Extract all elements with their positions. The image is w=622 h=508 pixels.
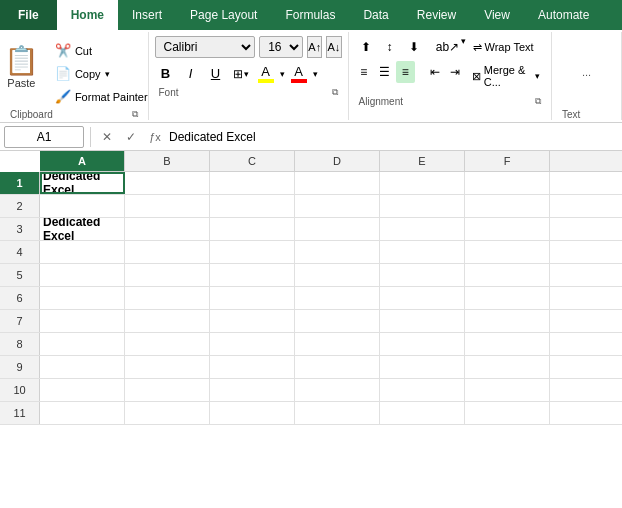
- tab-view[interactable]: View: [470, 0, 524, 30]
- merge-cells-button[interactable]: ⊠ Merge & C... ▾: [467, 61, 545, 91]
- highlight-dropdown-icon[interactable]: ▾: [280, 69, 285, 79]
- align-bottom-button[interactable]: ⬇: [403, 36, 425, 58]
- accept-formula-button[interactable]: ✓: [121, 127, 141, 147]
- col-header-A[interactable]: A: [40, 151, 125, 171]
- list-item[interactable]: [125, 195, 210, 217]
- list-item[interactable]: [465, 402, 550, 424]
- tab-formulas[interactable]: Formulas: [271, 0, 349, 30]
- list-item[interactable]: [295, 402, 380, 424]
- list-item[interactable]: [380, 356, 465, 378]
- list-item[interactable]: [210, 195, 295, 217]
- row-header-6[interactable]: 6: [0, 287, 40, 309]
- list-item[interactable]: [295, 195, 380, 217]
- list-item[interactable]: [210, 333, 295, 355]
- list-item[interactable]: [125, 241, 210, 263]
- list-item[interactable]: [210, 310, 295, 332]
- increase-indent-button[interactable]: ⇥: [446, 61, 465, 83]
- list-item[interactable]: [465, 379, 550, 401]
- list-item[interactable]: [465, 241, 550, 263]
- list-item[interactable]: [380, 241, 465, 263]
- list-item[interactable]: [380, 310, 465, 332]
- paste-button[interactable]: 📋 Paste: [0, 36, 48, 100]
- list-item[interactable]: [40, 333, 125, 355]
- row-header-2[interactable]: 2: [0, 195, 40, 217]
- list-item[interactable]: [295, 218, 380, 240]
- tab-page-layout[interactable]: Page Layout: [176, 0, 271, 30]
- font-name-select[interactable]: Calibri: [155, 36, 256, 58]
- list-item[interactable]: [210, 264, 295, 286]
- bold-button[interactable]: B: [155, 63, 177, 85]
- col-header-D[interactable]: D: [295, 151, 380, 171]
- format-painter-button[interactable]: 🖌️ Format Painter: [50, 86, 153, 107]
- list-item[interactable]: [40, 287, 125, 309]
- list-item[interactable]: [295, 356, 380, 378]
- list-item[interactable]: [295, 172, 380, 194]
- decrease-indent-button[interactable]: ⇤: [425, 61, 444, 83]
- row-header-3[interactable]: 3: [0, 218, 40, 240]
- list-item[interactable]: [295, 333, 380, 355]
- list-item[interactable]: [210, 218, 295, 240]
- row-header-1[interactable]: 1: [0, 172, 40, 194]
- cut-button[interactable]: ✂️ Cut: [50, 40, 153, 61]
- wrap-text-button[interactable]: ⇌ Wrap Text: [468, 36, 539, 58]
- font-color-dropdown-icon[interactable]: ▾: [313, 69, 318, 79]
- cancel-formula-button[interactable]: ✕: [97, 127, 117, 147]
- list-item[interactable]: [125, 172, 210, 194]
- list-item[interactable]: [380, 379, 465, 401]
- insert-function-button[interactable]: ƒx: [145, 127, 165, 147]
- row-header-5[interactable]: 5: [0, 264, 40, 286]
- tab-review[interactable]: Review: [403, 0, 470, 30]
- list-item[interactable]: [295, 287, 380, 309]
- row-header-7[interactable]: 7: [0, 310, 40, 332]
- orientation-button[interactable]: ab↗: [437, 36, 459, 58]
- font-color-button[interactable]: A: [288, 62, 310, 85]
- col-header-C[interactable]: C: [210, 151, 295, 171]
- list-item[interactable]: [40, 356, 125, 378]
- list-item[interactable]: [40, 402, 125, 424]
- formula-input[interactable]: [169, 126, 618, 148]
- list-item[interactable]: [210, 287, 295, 309]
- list-item[interactable]: [380, 402, 465, 424]
- clipboard-expand-icon[interactable]: ⧉: [132, 109, 138, 120]
- list-item[interactable]: [465, 333, 550, 355]
- tab-insert[interactable]: Insert: [118, 0, 176, 30]
- col-header-B[interactable]: B: [125, 151, 210, 171]
- list-item[interactable]: [295, 379, 380, 401]
- name-box[interactable]: [4, 126, 84, 148]
- list-item[interactable]: [465, 287, 550, 309]
- increase-font-size-button[interactable]: A↑: [307, 36, 322, 58]
- align-center-button[interactable]: ☰: [375, 61, 394, 83]
- list-item[interactable]: [380, 172, 465, 194]
- list-item[interactable]: [125, 287, 210, 309]
- list-item[interactable]: [465, 172, 550, 194]
- list-item[interactable]: [210, 356, 295, 378]
- row-header-8[interactable]: 8: [0, 333, 40, 355]
- orientation-dropdown[interactable]: ▾: [461, 36, 466, 58]
- tab-automate[interactable]: Automate: [524, 0, 603, 30]
- list-item[interactable]: Dedicated Excel: [40, 218, 125, 240]
- tab-data[interactable]: Data: [349, 0, 402, 30]
- list-item[interactable]: [40, 195, 125, 217]
- tab-home[interactable]: Home: [57, 0, 118, 30]
- align-right-button[interactable]: ≡: [396, 61, 415, 83]
- tab-file[interactable]: File: [0, 0, 57, 30]
- list-item[interactable]: [465, 264, 550, 286]
- list-item[interactable]: [465, 218, 550, 240]
- border-button[interactable]: ⊞ ▾: [230, 63, 252, 85]
- row-header-9[interactable]: 9: [0, 356, 40, 378]
- alignment-expand-icon[interactable]: ⧉: [535, 96, 541, 107]
- font-expand-icon[interactable]: ⧉: [332, 87, 338, 98]
- list-item[interactable]: [295, 310, 380, 332]
- list-item[interactable]: [210, 241, 295, 263]
- row-header-4[interactable]: 4: [0, 241, 40, 263]
- row-header-10[interactable]: 10: [0, 379, 40, 401]
- font-size-select[interactable]: 16: [259, 36, 303, 58]
- underline-button[interactable]: U: [205, 63, 227, 85]
- align-left-button[interactable]: ≡: [355, 61, 374, 83]
- list-item[interactable]: [465, 356, 550, 378]
- list-item[interactable]: [295, 241, 380, 263]
- list-item[interactable]: [125, 264, 210, 286]
- list-item[interactable]: [40, 241, 125, 263]
- list-item[interactable]: [40, 310, 125, 332]
- align-middle-button[interactable]: ↕: [379, 36, 401, 58]
